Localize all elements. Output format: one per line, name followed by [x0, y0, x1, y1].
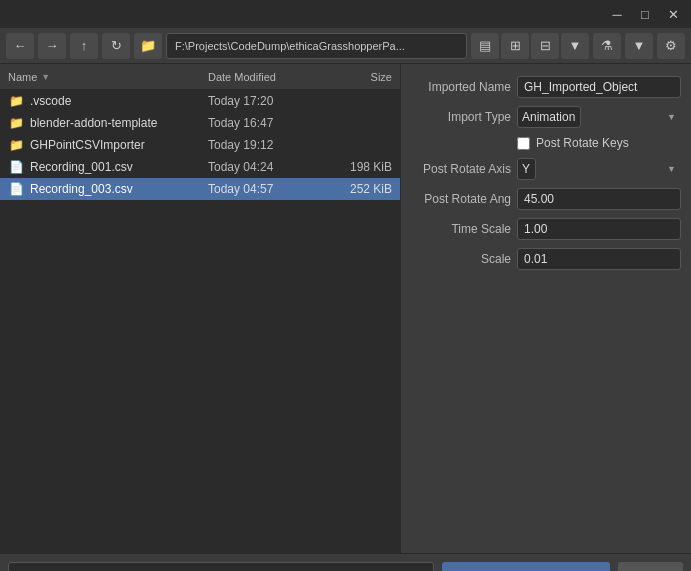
- folder-icon: 📁: [6, 116, 26, 130]
- table-row[interactable]: 📁 GHPointCSVImporter Today 19:12: [0, 134, 400, 156]
- post-rotate-keys-checkbox[interactable]: [517, 137, 530, 150]
- imported-name-row: Imported Name: [411, 76, 681, 98]
- scale-row: Scale: [411, 248, 681, 270]
- col-name-header: Name ▼: [0, 71, 200, 83]
- csv-icon: 📄: [6, 160, 26, 174]
- path-bar[interactable]: F:\Projects\CodeDump\ethicaGrasshopperPa…: [166, 33, 467, 59]
- main-content: Name ▼ Date Modified Size 📁 .vscode Toda…: [0, 64, 691, 553]
- file-name: .vscode: [26, 94, 200, 108]
- forward-button[interactable]: →: [38, 33, 66, 59]
- title-bar: ─ □ ✕: [0, 0, 691, 28]
- col-size-header: Size: [320, 71, 400, 83]
- imported-name-input[interactable]: [517, 76, 681, 98]
- file-name: Recording_003.csv: [26, 182, 200, 196]
- file-size: 198 KiB: [320, 160, 400, 174]
- import-button[interactable]: Import Gra...nt Cloud CSV: [442, 562, 610, 572]
- view-list-button[interactable]: ▤: [471, 33, 499, 59]
- file-size: 252 KiB: [320, 182, 400, 196]
- bookmark-button[interactable]: 📁: [134, 33, 162, 59]
- filter-dropdown-button[interactable]: ▼: [625, 33, 653, 59]
- folder-icon: 📁: [6, 94, 26, 108]
- post-rotate-ang-label: Post Rotate Ang: [411, 192, 511, 206]
- post-rotate-axis-select[interactable]: X Y Z: [517, 158, 536, 180]
- time-scale-input[interactable]: [517, 218, 681, 240]
- scale-label: Scale: [411, 252, 511, 266]
- import-type-select[interactable]: Animation Static: [517, 106, 581, 128]
- file-date: Today 19:12: [200, 138, 320, 152]
- table-row[interactable]: 📁 blender-addon-template Today 16:47: [0, 112, 400, 134]
- time-scale-row: Time Scale: [411, 218, 681, 240]
- folder-icon: 📁: [6, 138, 26, 152]
- post-rotate-keys-row: Post Rotate Keys: [411, 136, 681, 150]
- post-rotate-axis-label: Post Rotate Axis: [411, 162, 511, 176]
- settings-button[interactable]: ⚙: [657, 33, 685, 59]
- file-list: 📁 .vscode Today 17:20 📁 blender-addon-te…: [0, 90, 400, 553]
- post-rotate-keys-label[interactable]: Post Rotate Keys: [536, 136, 629, 150]
- table-row[interactable]: 📁 .vscode Today 17:20: [0, 90, 400, 112]
- scale-input[interactable]: [517, 248, 681, 270]
- refresh-button[interactable]: ↻: [102, 33, 130, 59]
- file-date: Today 04:24: [200, 160, 320, 174]
- post-rotate-axis-wrapper: X Y Z: [517, 158, 681, 180]
- col-modified-header: Date Modified: [200, 71, 320, 83]
- column-headers: Name ▼ Date Modified Size: [0, 64, 400, 90]
- view-grid-button[interactable]: ⊞: [501, 33, 529, 59]
- minimize-button[interactable]: ─: [603, 0, 631, 28]
- view-dropdown-button[interactable]: ▼: [561, 33, 589, 59]
- csv-icon: 📄: [6, 182, 26, 196]
- time-scale-label: Time Scale: [411, 222, 511, 236]
- back-button[interactable]: ←: [6, 33, 34, 59]
- view-icons: ▤ ⊞ ⊟ ▼: [471, 33, 589, 59]
- file-name: GHPointCSVImporter: [26, 138, 200, 152]
- close-button[interactable]: ✕: [659, 0, 687, 28]
- file-date: Today 16:47: [200, 116, 320, 130]
- file-date: Today 04:57: [200, 182, 320, 196]
- bottom-bar: Import Gra...nt Cloud CSV Cancel: [0, 553, 691, 571]
- post-rotate-axis-row: Post Rotate Axis X Y Z: [411, 158, 681, 180]
- file-date: Today 17:20: [200, 94, 320, 108]
- import-type-label: Import Type: [411, 110, 511, 124]
- import-type-wrapper: Animation Static: [517, 106, 681, 128]
- imported-name-label: Imported Name: [411, 80, 511, 94]
- table-row[interactable]: 📄 Recording_003.csv Today 04:57 252 KiB: [0, 178, 400, 200]
- filter-button[interactable]: ⚗: [593, 33, 621, 59]
- toolbar: ← → ↑ ↻ 📁 F:\Projects\CodeDump\ethicaGra…: [0, 28, 691, 64]
- file-name: Recording_001.csv: [26, 160, 200, 174]
- filename-input[interactable]: [8, 562, 434, 572]
- post-rotate-ang-row: Post Rotate Ang: [411, 188, 681, 210]
- file-name: blender-addon-template: [26, 116, 200, 130]
- sort-arrow-icon: ▼: [41, 72, 50, 82]
- up-button[interactable]: ↑: [70, 33, 98, 59]
- file-panel: Name ▼ Date Modified Size 📁 .vscode Toda…: [0, 64, 401, 553]
- maximize-button[interactable]: □: [631, 0, 659, 28]
- cancel-button[interactable]: Cancel: [618, 562, 683, 572]
- view-tile-button[interactable]: ⊟: [531, 33, 559, 59]
- table-row[interactable]: 📄 Recording_001.csv Today 04:24 198 KiB: [0, 156, 400, 178]
- import-type-row: Import Type Animation Static: [411, 106, 681, 128]
- post-rotate-ang-input[interactable]: [517, 188, 681, 210]
- right-panel: Imported Name Import Type Animation Stat…: [401, 64, 691, 553]
